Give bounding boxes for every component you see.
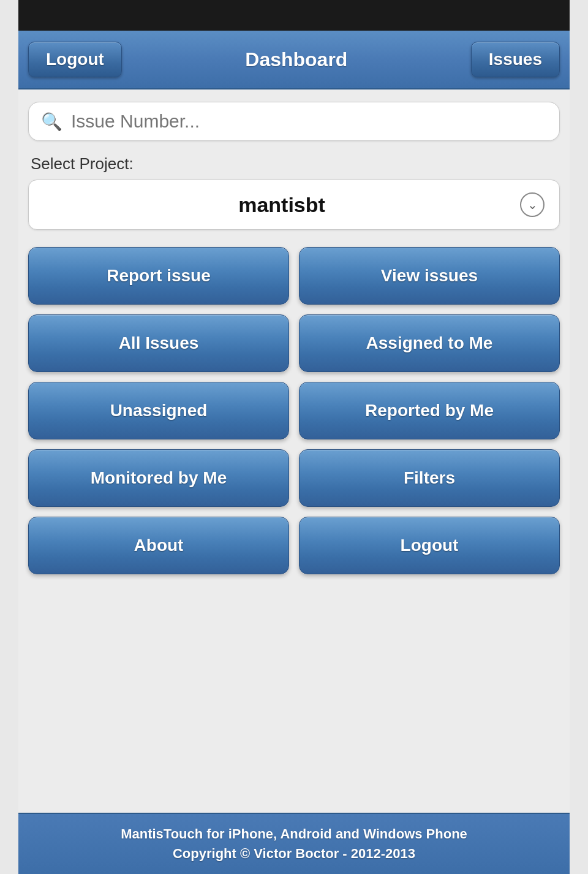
monitored-by-me-button[interactable]: Monitored by Me — [28, 449, 289, 507]
issues-nav-button[interactable]: Issues — [471, 42, 560, 77]
search-icon: 🔍 — [41, 112, 62, 132]
phone-wrapper: Logout Dashboard Issues 🔍 Select Project… — [18, 0, 570, 874]
footer: MantisTouch for iPhone, Android and Wind… — [18, 813, 570, 874]
select-project-label: Select Project: — [31, 154, 560, 173]
filters-button[interactable]: Filters — [299, 449, 560, 507]
reported-by-me-button[interactable]: Reported by Me — [299, 382, 560, 439]
assigned-to-me-button[interactable]: Assigned to Me — [299, 314, 560, 372]
project-name: mantisbt — [43, 193, 520, 217]
all-issues-button[interactable]: All Issues — [28, 314, 289, 372]
main-content: 🔍 Select Project: mantisbt ⌄ Report issu… — [18, 89, 570, 813]
status-bar — [18, 0, 570, 31]
unassigned-button[interactable]: Unassigned — [28, 382, 289, 439]
footer-app-name: MantisTouch for iPhone, Android and Wind… — [28, 826, 560, 842]
about-button[interactable]: About — [28, 517, 289, 574]
nav-title: Dashboard — [122, 48, 471, 71]
chevron-down-icon: ⌄ — [520, 192, 545, 217]
logout-main-button[interactable]: Logout — [299, 517, 560, 574]
project-dropdown[interactable]: mantisbt ⌄ — [28, 180, 560, 230]
footer-copyright: Copyright © Victor Boctor - 2012-2013 — [28, 846, 560, 862]
search-input[interactable] — [71, 111, 547, 132]
nav-header: Logout Dashboard Issues — [18, 31, 570, 89]
button-grid: Report issue View issues All Issues Assi… — [28, 247, 560, 574]
view-issues-button[interactable]: View issues — [299, 247, 560, 305]
logout-nav-button[interactable]: Logout — [28, 42, 122, 77]
report-issue-button[interactable]: Report issue — [28, 247, 289, 305]
search-container[interactable]: 🔍 — [28, 102, 560, 141]
